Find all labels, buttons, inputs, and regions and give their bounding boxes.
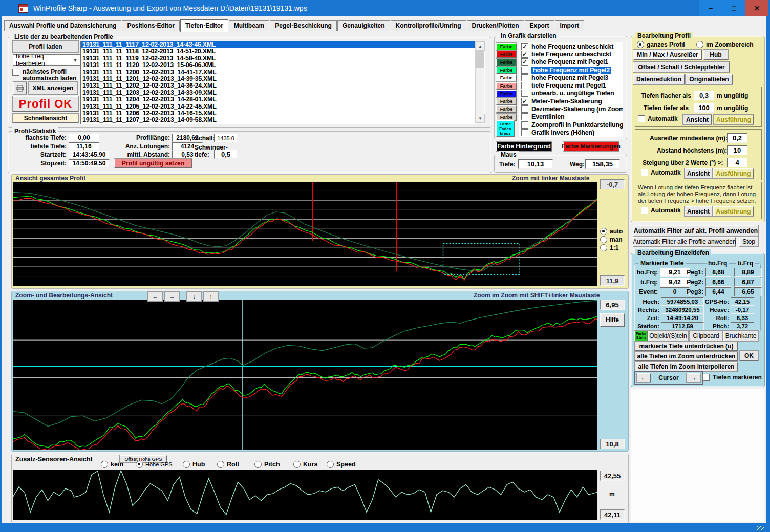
minimize-button[interactable]: – [699, 0, 722, 16]
scale-radio-1:1[interactable] [600, 244, 607, 251]
color-chip[interactable]: Farbe [496, 105, 517, 113]
profile-file[interactable]: 19131_111_11_1206_12-02-2013_14-16-15.XM… [81, 110, 485, 117]
suppress-marked-button[interactable]: markierte Tiefe unterdrücken (u) [635, 342, 738, 351]
help-button[interactable]: Hilfe [600, 313, 625, 327]
profile-file[interactable]: 19131_111_11_1205_12-02-2013_14-22-45.XM… [81, 103, 485, 110]
scope-radio-whole[interactable]: ganzes Profil [637, 41, 685, 48]
quick-view-button[interactable]: Schnellansicht [13, 114, 78, 123]
profile-file[interactable]: 19131_111_11_1204_12-02-2013_14-28-01.XM… [81, 96, 485, 103]
tab-genauigkeiten[interactable]: Genauigkeiten [337, 20, 390, 31]
overview-chart-area[interactable] [13, 182, 597, 286]
display-option-checkbox[interactable] [521, 82, 528, 89]
overview-scale-option[interactable]: 1:1 [600, 244, 623, 252]
stat-value[interactable]: 11,16 [69, 142, 99, 151]
display-option-checkbox[interactable] [521, 105, 528, 113]
color-chip[interactable]: Farbe [496, 67, 517, 74]
profile-file[interactable]: 19131_111_11_1120_12-02-2013_15-06-06.XM… [81, 62, 485, 69]
freq-compare-automatik-checkbox[interactable] [641, 207, 648, 214]
scope-radio-zoom[interactable]: im Zoombereich [696, 41, 754, 48]
print-button[interactable] [13, 82, 27, 94]
nav-up-icon[interactable]: ↑ [204, 292, 218, 301]
overview-scale-option[interactable]: man [600, 236, 623, 244]
sensor-option-pitch[interactable]: Pitch [254, 461, 280, 468]
display-options-list[interactable]: ✓hohe Frequenz unbeschickt✓tiefe Frequen… [519, 42, 623, 138]
sensor-option-höhe-gps[interactable]: Höhe GPS [136, 461, 173, 468]
breakline-button[interactable]: Bruchkante [723, 331, 758, 341]
interpolate-zoom-button[interactable]: alle Tiefen im Zoom interpolieren [635, 362, 738, 371]
freq-compare-automatik[interactable]: Automatik [641, 207, 681, 214]
tab-export[interactable]: Export [525, 20, 554, 31]
transducer-depth-field[interactable]: 0,5 [214, 150, 238, 159]
display-option-row[interactable]: Zoomprofil in Punktdarstellung [519, 121, 623, 129]
tab-multibeam[interactable]: Multibeam [229, 20, 269, 31]
original-depths-button[interactable]: Originaltiefen [686, 74, 733, 84]
close-button[interactable]: ✕ [745, 0, 768, 16]
sensor-radio[interactable] [293, 461, 301, 468]
display-option-row[interactable]: Dezimeter-Skalierung (im Zoom) [519, 105, 623, 113]
scroll-down-icon[interactable]: ▼ [476, 114, 485, 123]
sensor-option-kurs[interactable]: Kurs [293, 461, 317, 468]
slope-field[interactable]: 4 [727, 158, 747, 167]
nav-right-icon[interactable]: → [165, 292, 179, 301]
apply-filter-current-button[interactable]: Automatik Filter auf akt. Profil anwende… [633, 225, 758, 236]
max-distance-field[interactable]: 10 [727, 145, 747, 155]
sensor-option-kein[interactable]: kein [101, 461, 123, 468]
color-chip[interactable]: Farbe [496, 90, 517, 97]
sound-speed-field[interactable]: 1435.0 [214, 134, 238, 142]
display-option-row[interactable]: hohe Frequenz mit Pegel3 [519, 74, 623, 81]
value-field[interactable]: 9,42 [660, 278, 690, 287]
hub-button[interactable]: Hub [703, 50, 728, 60]
tab-drucken-plotten[interactable]: Drucken/Plotten [467, 20, 524, 31]
sensor-radio[interactable] [101, 461, 108, 468]
autoload-checkbox-row[interactable]: nächstes Profil automatisch laden [12, 69, 76, 82]
display-option-checkbox[interactable]: ✓ [521, 43, 528, 50]
tab-kontrollprofile-umring[interactable]: Kontrollprofile/Umring [391, 20, 466, 31]
display-option-row[interactable]: tiefe Frequenz mit Pegel1 [519, 81, 623, 89]
outlier-ausfuehrung-button[interactable]: Ausführung [713, 168, 754, 178]
display-option-row[interactable]: Grafik invers (Höhen) [519, 129, 623, 136]
sensor-radio[interactable] [136, 461, 143, 468]
zoom-chart-area[interactable] [13, 300, 597, 450]
tab-pegel-beschickung[interactable]: Pegel-Beschickung [270, 20, 337, 31]
overview-scale-option[interactable]: auto [600, 227, 623, 236]
offset-schall-button[interactable]: Offset / Schall / Schleppfehler [633, 62, 730, 72]
display-option-row[interactable]: ✓hohe Frequenz mit Pegel1 [519, 58, 623, 66]
marker-color-button[interactable]: Farbe Markierungen [563, 142, 619, 151]
profile-file[interactable]: 19131_111_11_1200_12-02-2013_14-41-17.XM… [81, 69, 485, 76]
maximize-button[interactable]: □ [722, 0, 745, 16]
depth-filter-automatik[interactable]: Automatik [638, 115, 678, 122]
tab-auswahl-profile-und-datensicherung[interactable]: Auswahl Profile und Datensicherung [4, 20, 121, 31]
profile-file[interactable]: 19131_111_11_1201_12-02-2013_14-39-35.XM… [81, 76, 485, 82]
value-field[interactable]: 0 [660, 287, 690, 296]
display-option-row[interactable]: Eventlinien [519, 113, 623, 121]
outlier-ansicht-button[interactable]: Ansicht [685, 168, 712, 178]
display-option-checkbox[interactable]: ✓ [521, 51, 528, 58]
scale-radio-auto[interactable] [600, 228, 607, 235]
stop-button[interactable]: Stop [739, 237, 758, 246]
depth-filter-ansicht-button[interactable]: Ansicht [683, 115, 712, 124]
mark-depths-row[interactable]: Tiefen markieren [702, 374, 762, 381]
color-chip[interactable]: Farbe [496, 82, 517, 90]
profile-ok-button[interactable]: Profil OK [13, 96, 78, 112]
deeper-than-field[interactable]: 100 [694, 103, 714, 113]
tab-positions-editor[interactable]: Positions-Editor [122, 20, 180, 31]
sensor-chart[interactable] [13, 470, 597, 520]
color-chip[interactable]: Farbe [496, 114, 517, 121]
resize-grip[interactable] [757, 526, 764, 530]
background-color-button[interactable]: Farbe Hintergrund [496, 142, 552, 151]
autoload-checkbox[interactable] [12, 69, 19, 76]
stat-value[interactable]: 0,00 [69, 134, 99, 142]
color-chip[interactable]: Farbe [496, 59, 517, 66]
ok-button[interactable]: OK [740, 351, 758, 361]
mark-depths-checkbox[interactable] [702, 374, 710, 381]
outlier-min-field[interactable]: 0,2 [727, 133, 747, 143]
sensor-radio[interactable] [183, 461, 190, 468]
color-chip[interactable]: Farbe [496, 74, 517, 81]
nav-down-icon[interactable]: ↓ [187, 292, 201, 301]
color-chip[interactable]: Farbe [496, 51, 517, 58]
display-option-checkbox[interactable] [521, 121, 528, 129]
object-stone-button[interactable]: Objekt/(S)tein [648, 331, 688, 341]
sensor-radio[interactable] [327, 461, 334, 468]
display-option-checkbox[interactable] [521, 113, 528, 120]
title-bar[interactable]: WinProfile Sharp - Auswertung und Export… [0, 0, 770, 16]
